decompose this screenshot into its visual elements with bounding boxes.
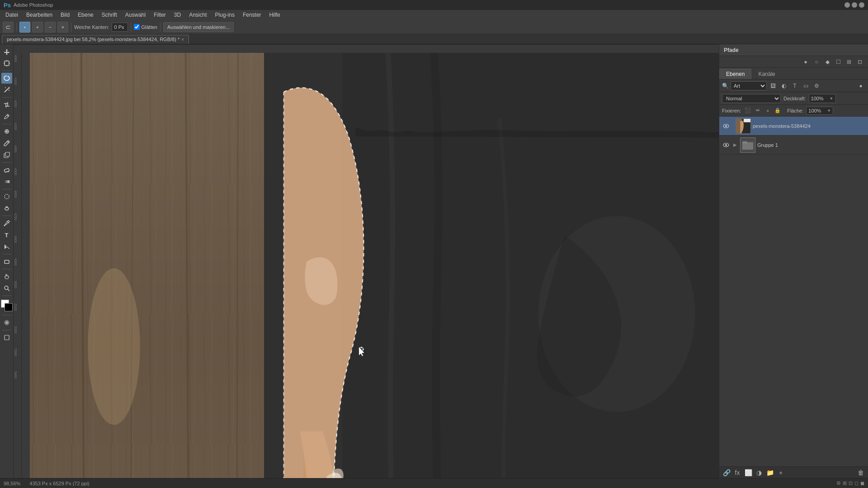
layer-item-photo[interactable]: pexels-monstera-5384424 xyxy=(719,117,868,136)
status-btn-4[interactable]: ◻ xyxy=(854,480,859,486)
tool-path-select[interactable] xyxy=(1,241,12,252)
layer-effects-btn[interactable]: fx xyxy=(733,468,742,477)
svg-point-23 xyxy=(5,194,9,199)
blend-mode-select[interactable]: Normal xyxy=(722,94,781,103)
tool-brush[interactable] xyxy=(1,138,12,149)
filter-text-btn[interactable]: T xyxy=(790,81,799,90)
auswahlen-maskieren-btn[interactable]: Auswählen und maskieren... xyxy=(163,22,234,32)
filter-photo-btn[interactable]: 🖼 xyxy=(769,81,778,90)
new-group-btn[interactable]: 📁 xyxy=(765,468,774,477)
lock-pixels-btn[interactable]: ⬛ xyxy=(744,107,752,115)
panel-btn-1[interactable]: ● xyxy=(801,57,810,66)
adjustment-layer-btn[interactable]: ◑ xyxy=(755,468,764,477)
tool-clone[interactable] xyxy=(1,150,12,160)
add-selection-btn[interactable]: + xyxy=(32,22,43,33)
menu-datei[interactable]: Datei xyxy=(2,11,22,19)
status-btn-2[interactable]: ⊞ xyxy=(843,480,847,486)
lock-artboard-btn[interactable]: + xyxy=(764,107,772,115)
fill-value[interactable]: 100% xyxy=(808,108,827,113)
lock-pos-btn[interactable]: ✏ xyxy=(754,107,762,115)
color-swatches[interactable] xyxy=(1,300,13,311)
menu-bild[interactable]: Bild xyxy=(57,11,73,19)
menu-3d[interactable]: 3D xyxy=(170,11,184,19)
tool-blur[interactable] xyxy=(1,191,12,202)
tool-magic-wand[interactable] xyxy=(1,84,12,95)
layer-item-group1[interactable]: ▶ Gruppe 1 xyxy=(719,136,868,155)
tool-zoom[interactable] xyxy=(1,283,12,294)
glatten-checkbox[interactable] xyxy=(134,24,140,30)
filter-shape-btn[interactable]: ▭ xyxy=(801,81,810,90)
layer-expand-btn-group1[interactable]: ▶ xyxy=(732,142,738,148)
document-tab[interactable]: pexels-monstera-5384424.jpg bei 58,2% (p… xyxy=(2,35,189,44)
tool-pen[interactable] xyxy=(1,218,12,229)
status-btn-1[interactable]: ⚙ xyxy=(836,480,841,486)
lock-all-btn[interactable]: 🔒 xyxy=(774,107,782,115)
menu-ebene[interactable]: Ebene xyxy=(74,11,97,19)
tool-preset-btn[interactable]: ⊂ xyxy=(3,22,14,33)
tool-gradient[interactable] xyxy=(1,176,12,187)
app-title: Adobe Photoshop xyxy=(14,2,53,8)
menu-schrift[interactable]: Schrift xyxy=(98,11,121,19)
tool-quick-mask[interactable] xyxy=(1,317,12,328)
menu-fenster[interactable]: Fenster xyxy=(239,11,265,19)
tool-hand[interactable] xyxy=(1,271,12,282)
tool-healing[interactable] xyxy=(1,126,12,137)
tool-type[interactable]: T xyxy=(1,230,12,240)
menu-ansicht[interactable]: Ansicht xyxy=(185,11,210,19)
tool-screen-mode[interactable] xyxy=(1,332,12,343)
svg-point-10 xyxy=(9,90,9,91)
filter-dot-btn[interactable]: ● xyxy=(856,81,865,90)
menu-hilfe[interactable]: Hilfe xyxy=(266,11,284,19)
new-selection-btn[interactable]: ▪ xyxy=(19,22,30,33)
tool-shape[interactable] xyxy=(1,256,12,267)
delete-layer-btn[interactable]: 🗑 xyxy=(856,468,865,477)
close-button[interactable] xyxy=(859,2,864,8)
layer-mask-btn[interactable]: ⬜ xyxy=(744,468,753,477)
link-layers-btn[interactable]: 🔗 xyxy=(722,468,731,477)
tool-move[interactable] xyxy=(1,46,12,57)
tool-sep-9 xyxy=(2,296,11,296)
filter-select[interactable]: Art xyxy=(731,81,767,90)
menu-auswahl[interactable]: Auswahl xyxy=(122,11,149,19)
minimize-button[interactable] xyxy=(844,2,850,8)
maximize-button[interactable] xyxy=(852,2,857,8)
svg-rect-1 xyxy=(5,61,9,66)
filter-smart-btn[interactable]: ⚙ xyxy=(812,81,821,90)
toolbox: T xyxy=(0,44,14,478)
panel-btn-5[interactable]: ⊞ xyxy=(844,57,854,66)
tool-lasso[interactable] xyxy=(1,73,12,84)
weiche-kanten-input[interactable] xyxy=(112,23,128,32)
new-layer-btn[interactable]: + xyxy=(776,468,785,477)
panel-btn-3[interactable]: ◆ xyxy=(823,57,832,66)
panel-btn-4[interactable]: ☐ xyxy=(834,57,843,66)
subtract-selection-btn[interactable]: − xyxy=(45,22,56,33)
layer-name-group1: Gruppe 1 xyxy=(757,142,865,148)
intersect-selection-btn[interactable]: × xyxy=(57,22,68,33)
panel-btn-6[interactable]: ⊡ xyxy=(855,57,864,66)
canvas-viewport[interactable] xyxy=(30,53,719,478)
window-controls xyxy=(844,2,864,8)
opacity-value[interactable]: 100% xyxy=(811,96,830,101)
layer-visibility-btn-photo[interactable] xyxy=(722,122,730,130)
tool-artboard[interactable] xyxy=(1,58,12,69)
tool-dodge[interactable] xyxy=(1,203,12,214)
menu-filter[interactable]: Filter xyxy=(150,11,170,19)
status-btn-5[interactable]: ◼ xyxy=(860,480,864,486)
svg-line-17 xyxy=(7,141,9,143)
tab-ebenen[interactable]: Ebenen xyxy=(719,69,751,79)
tool-eraser[interactable] xyxy=(1,164,12,175)
filter-adjust-btn[interactable]: ◐ xyxy=(779,81,788,90)
foreground-color-swatch[interactable] xyxy=(5,303,13,311)
panel-btn-2[interactable]: ○ xyxy=(812,57,821,66)
glatten-label[interactable]: Glätten xyxy=(134,24,157,30)
tool-eyedropper[interactable] xyxy=(1,111,12,122)
status-btn-3[interactable]: ⊡ xyxy=(849,480,853,486)
tool-crop[interactable] xyxy=(1,99,12,110)
tab-kanaele[interactable]: Kanäle xyxy=(751,69,782,79)
menu-bearbeiten[interactable]: Bearbeiten xyxy=(23,11,56,19)
add-sel-icon: + xyxy=(36,24,39,30)
tool-sep-2 xyxy=(2,97,11,98)
menu-plugins[interactable]: Plug-ins xyxy=(212,11,238,19)
tab-close-btn[interactable]: × xyxy=(181,37,184,42)
layer-visibility-btn-group1[interactable] xyxy=(722,141,730,149)
